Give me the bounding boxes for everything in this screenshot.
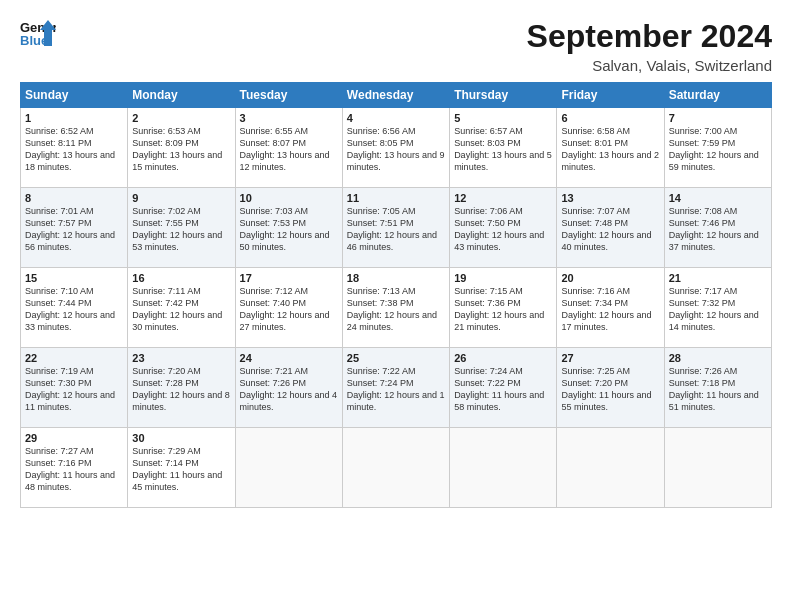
day-number: 9 bbox=[132, 192, 230, 204]
calendar-cell: 30 Sunrise: 7:29 AM Sunset: 7:14 PM Dayl… bbox=[128, 428, 235, 508]
col-header-monday: Monday bbox=[128, 83, 235, 108]
day-info: Sunrise: 6:58 AM Sunset: 8:01 PM Dayligh… bbox=[561, 125, 659, 174]
day-info: Sunrise: 6:53 AM Sunset: 8:09 PM Dayligh… bbox=[132, 125, 230, 174]
calendar-cell: 10 Sunrise: 7:03 AM Sunset: 7:53 PM Dayl… bbox=[235, 188, 342, 268]
calendar-cell: 25 Sunrise: 7:22 AM Sunset: 7:24 PM Dayl… bbox=[342, 348, 449, 428]
day-info: Sunrise: 7:02 AM Sunset: 7:55 PM Dayligh… bbox=[132, 205, 230, 254]
day-number: 8 bbox=[25, 192, 123, 204]
day-info: Sunrise: 7:21 AM Sunset: 7:26 PM Dayligh… bbox=[240, 365, 338, 414]
calendar-cell: 4 Sunrise: 6:56 AM Sunset: 8:05 PM Dayli… bbox=[342, 108, 449, 188]
calendar-cell: 12 Sunrise: 7:06 AM Sunset: 7:50 PM Dayl… bbox=[450, 188, 557, 268]
month-title: September 2024 bbox=[527, 18, 772, 55]
day-number: 10 bbox=[240, 192, 338, 204]
day-info: Sunrise: 7:11 AM Sunset: 7:42 PM Dayligh… bbox=[132, 285, 230, 334]
day-number: 30 bbox=[132, 432, 230, 444]
day-info: Sunrise: 7:08 AM Sunset: 7:46 PM Dayligh… bbox=[669, 205, 767, 254]
day-number: 20 bbox=[561, 272, 659, 284]
calendar-table: SundayMondayTuesdayWednesdayThursdayFrid… bbox=[20, 82, 772, 508]
day-number: 6 bbox=[561, 112, 659, 124]
day-number: 1 bbox=[25, 112, 123, 124]
day-number: 24 bbox=[240, 352, 338, 364]
calendar-cell: 1 Sunrise: 6:52 AM Sunset: 8:11 PM Dayli… bbox=[21, 108, 128, 188]
logo: General Blue bbox=[20, 18, 56, 48]
calendar-cell: 2 Sunrise: 6:53 AM Sunset: 8:09 PM Dayli… bbox=[128, 108, 235, 188]
logo-icon: General Blue bbox=[20, 18, 56, 48]
calendar-cell: 28 Sunrise: 7:26 AM Sunset: 7:18 PM Dayl… bbox=[664, 348, 771, 428]
calendar-cell: 11 Sunrise: 7:05 AM Sunset: 7:51 PM Dayl… bbox=[342, 188, 449, 268]
calendar-cell: 14 Sunrise: 7:08 AM Sunset: 7:46 PM Dayl… bbox=[664, 188, 771, 268]
day-number: 21 bbox=[669, 272, 767, 284]
calendar-cell: 17 Sunrise: 7:12 AM Sunset: 7:40 PM Dayl… bbox=[235, 268, 342, 348]
day-info: Sunrise: 7:19 AM Sunset: 7:30 PM Dayligh… bbox=[25, 365, 123, 414]
col-header-wednesday: Wednesday bbox=[342, 83, 449, 108]
day-info: Sunrise: 7:13 AM Sunset: 7:38 PM Dayligh… bbox=[347, 285, 445, 334]
calendar-cell bbox=[557, 428, 664, 508]
day-number: 2 bbox=[132, 112, 230, 124]
calendar-cell: 27 Sunrise: 7:25 AM Sunset: 7:20 PM Dayl… bbox=[557, 348, 664, 428]
day-info: Sunrise: 7:07 AM Sunset: 7:48 PM Dayligh… bbox=[561, 205, 659, 254]
col-header-friday: Friday bbox=[557, 83, 664, 108]
day-number: 5 bbox=[454, 112, 552, 124]
day-info: Sunrise: 7:01 AM Sunset: 7:57 PM Dayligh… bbox=[25, 205, 123, 254]
calendar-cell: 18 Sunrise: 7:13 AM Sunset: 7:38 PM Dayl… bbox=[342, 268, 449, 348]
calendar-cell: 6 Sunrise: 6:58 AM Sunset: 8:01 PM Dayli… bbox=[557, 108, 664, 188]
day-info: Sunrise: 6:55 AM Sunset: 8:07 PM Dayligh… bbox=[240, 125, 338, 174]
title-block: September 2024 Salvan, Valais, Switzerla… bbox=[527, 18, 772, 74]
day-info: Sunrise: 7:15 AM Sunset: 7:36 PM Dayligh… bbox=[454, 285, 552, 334]
col-header-thursday: Thursday bbox=[450, 83, 557, 108]
col-header-saturday: Saturday bbox=[664, 83, 771, 108]
day-number: 4 bbox=[347, 112, 445, 124]
day-info: Sunrise: 7:29 AM Sunset: 7:14 PM Dayligh… bbox=[132, 445, 230, 494]
day-number: 26 bbox=[454, 352, 552, 364]
calendar-cell: 22 Sunrise: 7:19 AM Sunset: 7:30 PM Dayl… bbox=[21, 348, 128, 428]
day-number: 18 bbox=[347, 272, 445, 284]
day-info: Sunrise: 7:20 AM Sunset: 7:28 PM Dayligh… bbox=[132, 365, 230, 414]
location-title: Salvan, Valais, Switzerland bbox=[527, 57, 772, 74]
calendar-cell: 19 Sunrise: 7:15 AM Sunset: 7:36 PM Dayl… bbox=[450, 268, 557, 348]
day-info: Sunrise: 7:05 AM Sunset: 7:51 PM Dayligh… bbox=[347, 205, 445, 254]
day-info: Sunrise: 6:56 AM Sunset: 8:05 PM Dayligh… bbox=[347, 125, 445, 174]
calendar-cell bbox=[450, 428, 557, 508]
day-info: Sunrise: 7:10 AM Sunset: 7:44 PM Dayligh… bbox=[25, 285, 123, 334]
day-info: Sunrise: 7:03 AM Sunset: 7:53 PM Dayligh… bbox=[240, 205, 338, 254]
day-info: Sunrise: 7:16 AM Sunset: 7:34 PM Dayligh… bbox=[561, 285, 659, 334]
day-info: Sunrise: 7:24 AM Sunset: 7:22 PM Dayligh… bbox=[454, 365, 552, 414]
day-number: 25 bbox=[347, 352, 445, 364]
calendar-cell bbox=[235, 428, 342, 508]
day-number: 28 bbox=[669, 352, 767, 364]
calendar-cell: 9 Sunrise: 7:02 AM Sunset: 7:55 PM Dayli… bbox=[128, 188, 235, 268]
day-info: Sunrise: 6:52 AM Sunset: 8:11 PM Dayligh… bbox=[25, 125, 123, 174]
day-info: Sunrise: 7:27 AM Sunset: 7:16 PM Dayligh… bbox=[25, 445, 123, 494]
day-number: 12 bbox=[454, 192, 552, 204]
day-info: Sunrise: 7:17 AM Sunset: 7:32 PM Dayligh… bbox=[669, 285, 767, 334]
col-header-sunday: Sunday bbox=[21, 83, 128, 108]
calendar-cell: 5 Sunrise: 6:57 AM Sunset: 8:03 PM Dayli… bbox=[450, 108, 557, 188]
col-header-tuesday: Tuesday bbox=[235, 83, 342, 108]
day-info: Sunrise: 7:26 AM Sunset: 7:18 PM Dayligh… bbox=[669, 365, 767, 414]
day-info: Sunrise: 7:12 AM Sunset: 7:40 PM Dayligh… bbox=[240, 285, 338, 334]
calendar-cell: 24 Sunrise: 7:21 AM Sunset: 7:26 PM Dayl… bbox=[235, 348, 342, 428]
day-number: 22 bbox=[25, 352, 123, 364]
day-number: 14 bbox=[669, 192, 767, 204]
calendar-cell: 3 Sunrise: 6:55 AM Sunset: 8:07 PM Dayli… bbox=[235, 108, 342, 188]
day-info: Sunrise: 7:06 AM Sunset: 7:50 PM Dayligh… bbox=[454, 205, 552, 254]
day-number: 23 bbox=[132, 352, 230, 364]
svg-text:Blue: Blue bbox=[20, 33, 48, 48]
day-info: Sunrise: 6:57 AM Sunset: 8:03 PM Dayligh… bbox=[454, 125, 552, 174]
calendar-cell bbox=[342, 428, 449, 508]
day-number: 27 bbox=[561, 352, 659, 364]
calendar-cell: 23 Sunrise: 7:20 AM Sunset: 7:28 PM Dayl… bbox=[128, 348, 235, 428]
calendar-cell: 8 Sunrise: 7:01 AM Sunset: 7:57 PM Dayli… bbox=[21, 188, 128, 268]
day-info: Sunrise: 7:22 AM Sunset: 7:24 PM Dayligh… bbox=[347, 365, 445, 414]
day-info: Sunrise: 7:00 AM Sunset: 7:59 PM Dayligh… bbox=[669, 125, 767, 174]
day-number: 7 bbox=[669, 112, 767, 124]
day-number: 16 bbox=[132, 272, 230, 284]
calendar-cell: 13 Sunrise: 7:07 AM Sunset: 7:48 PM Dayl… bbox=[557, 188, 664, 268]
day-number: 19 bbox=[454, 272, 552, 284]
day-number: 11 bbox=[347, 192, 445, 204]
day-number: 13 bbox=[561, 192, 659, 204]
day-number: 29 bbox=[25, 432, 123, 444]
calendar-cell: 15 Sunrise: 7:10 AM Sunset: 7:44 PM Dayl… bbox=[21, 268, 128, 348]
calendar-cell: 26 Sunrise: 7:24 AM Sunset: 7:22 PM Dayl… bbox=[450, 348, 557, 428]
calendar-cell: 20 Sunrise: 7:16 AM Sunset: 7:34 PM Dayl… bbox=[557, 268, 664, 348]
